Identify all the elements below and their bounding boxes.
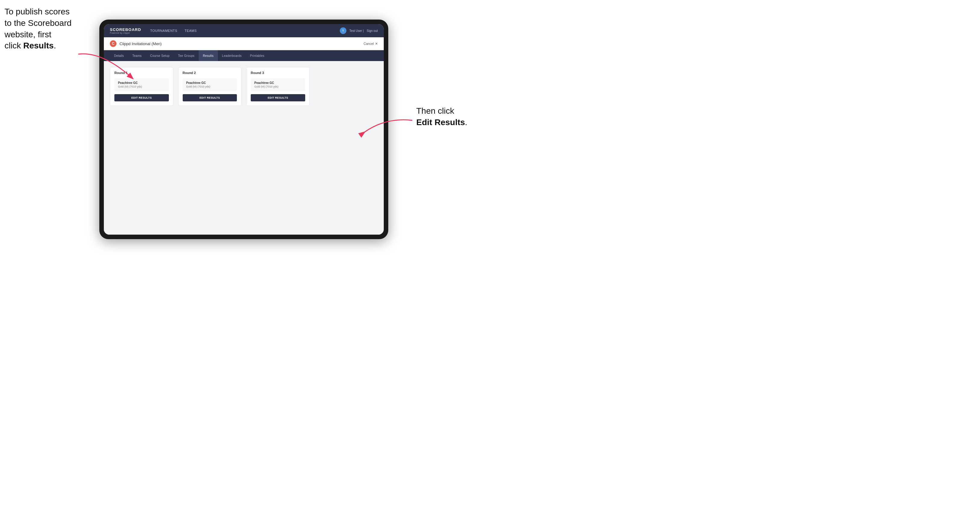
cancel-button[interactable]: Cancel ✕: [364, 42, 378, 46]
sign-out-link[interactable]: Sign out: [367, 29, 378, 32]
round-2-course-details: Gold (M) (7010 yds): [186, 85, 234, 88]
round-3-course-name: Peachtree GC: [255, 81, 302, 84]
round-1-course-info: Peachtree GC Gold (M) (7010 yds): [115, 78, 169, 91]
round-3-title: Round 3: [247, 67, 309, 76]
nav-tournaments[interactable]: TOURNAMENTS: [150, 28, 177, 34]
tab-results[interactable]: Results: [199, 50, 218, 61]
round-3-course-details: Gold (M) (7010 yds): [255, 85, 302, 88]
tab-printables[interactable]: Printables: [246, 50, 269, 61]
round-1-edit-results-button[interactable]: Edit Results: [115, 94, 169, 102]
nav-right: T Test User | Sign out: [340, 27, 378, 34]
rounds-grid: Round 1 Peachtree GC Gold (M) (7010 yds)…: [110, 67, 378, 106]
tab-details[interactable]: Details: [110, 50, 128, 61]
round-1-card: Round 1 Peachtree GC Gold (M) (7010 yds)…: [110, 67, 173, 106]
user-name: Test User |: [350, 29, 364, 32]
logo-area: SCOREBOARD Powered by clippd: [110, 28, 141, 34]
tablet-frame: SCOREBOARD Powered by clippd TOURNAMENTS…: [99, 19, 388, 239]
tablet-screen: SCOREBOARD Powered by clippd TOURNAMENTS…: [104, 24, 384, 235]
round-2-title: Round 2: [178, 67, 242, 76]
tab-leaderboards[interactable]: Leaderboards: [218, 50, 246, 61]
instruction-left: To publish scores to the Scoreboard webs…: [5, 6, 83, 51]
round-3-course-info: Peachtree GC Gold (M) (7010 yds): [251, 78, 305, 91]
round-2-course-name: Peachtree GC: [186, 81, 234, 84]
user-avatar: T: [340, 27, 347, 34]
round-3-edit-results-button[interactable]: Edit Results: [251, 94, 305, 102]
tournament-header: C Clippd Invitational (Men) Cancel ✕: [104, 37, 384, 50]
round-3-card: Round 3 Peachtree GC Gold (M) (7010 yds)…: [246, 67, 310, 106]
nav-links: TOURNAMENTS TEAMS: [150, 28, 340, 34]
round-1-course-name: Peachtree GC: [118, 81, 165, 84]
top-navigation: SCOREBOARD Powered by clippd TOURNAMENTS…: [104, 24, 384, 37]
round-1-title: Round 1: [110, 67, 173, 76]
round-3-body: Peachtree GC Gold (M) (7010 yds) Edit Re…: [247, 76, 309, 106]
tab-tee-groups[interactable]: Tee Groups: [173, 50, 199, 61]
logo-subtitle: Powered by clippd: [110, 32, 141, 34]
round-2-edit-results-button[interactable]: Edit Results: [183, 94, 237, 102]
tab-course-setup[interactable]: Course Setup: [146, 50, 174, 61]
empty-column: [315, 67, 378, 106]
nav-teams[interactable]: TEAMS: [185, 28, 197, 34]
tournament-name: Clippd Invitational (Men): [119, 41, 364, 46]
close-icon: ✕: [375, 42, 378, 46]
tab-teams[interactable]: Teams: [128, 50, 146, 61]
tournament-icon: C: [110, 40, 116, 47]
instruction-right: Then click Edit Results.: [416, 105, 485, 128]
logo-text: SCOREBOARD: [110, 28, 141, 32]
round-2-course-info: Peachtree GC Gold (M) (7010 yds): [183, 78, 237, 91]
round-1-course-details: Gold (M) (7010 yds): [118, 85, 165, 88]
round-2-card: Round 2 Peachtree GC Gold (M) (7010 yds)…: [178, 67, 242, 106]
main-content: Round 1 Peachtree GC Gold (M) (7010 yds)…: [104, 61, 384, 235]
round-1-body: Peachtree GC Gold (M) (7010 yds) Edit Re…: [110, 76, 173, 106]
tab-bar: Details Teams Course Setup Tee Groups Re…: [104, 50, 384, 61]
round-2-body: Peachtree GC Gold (M) (7010 yds) Edit Re…: [178, 76, 242, 106]
